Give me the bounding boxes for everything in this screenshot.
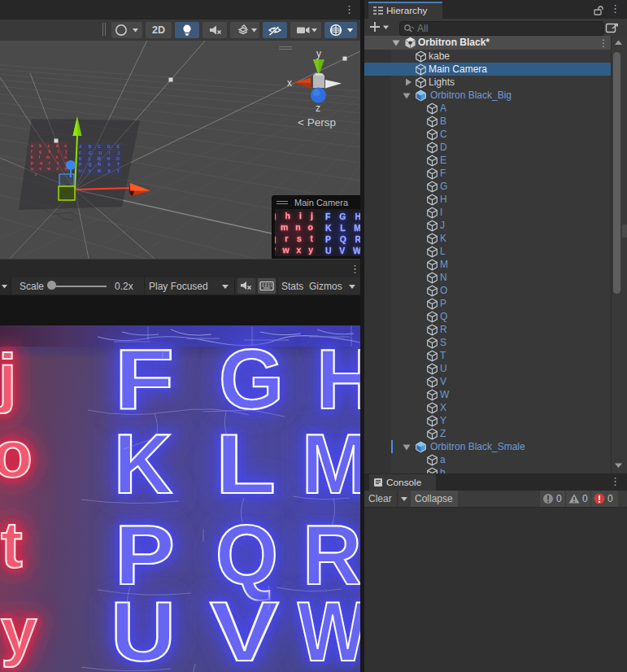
svg-text:j: j bbox=[0, 341, 16, 413]
svg-text:PQR: PQR bbox=[325, 234, 361, 244]
svg-text:lmno: lmno bbox=[275, 222, 313, 232]
svg-text:K: K bbox=[114, 417, 172, 511]
svg-text:KLM: KLM bbox=[325, 223, 361, 233]
svg-text:o: o bbox=[0, 418, 33, 491]
svg-text:y: y bbox=[1, 595, 37, 667]
svg-text:L: L bbox=[216, 417, 276, 511]
svg-text:H: H bbox=[316, 332, 360, 426]
svg-text:qrst: qrst bbox=[275, 233, 314, 243]
svg-text:G: G bbox=[219, 332, 284, 426]
svg-text:t: t bbox=[1, 508, 23, 581]
svg-text:x: x bbox=[287, 77, 292, 89]
svg-text:FGH: FGH bbox=[325, 212, 361, 221]
svg-text:U: U bbox=[111, 584, 176, 672]
svg-text:z: z bbox=[316, 103, 320, 114]
svg-text:UVW: UVW bbox=[325, 246, 361, 255]
svg-text:y: y bbox=[316, 48, 321, 59]
svg-text:W: W bbox=[298, 584, 360, 672]
svg-text:M: M bbox=[302, 417, 360, 511]
svg-text:vwxy: vwxy bbox=[275, 245, 313, 255]
svg-text:V: V bbox=[210, 584, 279, 672]
svg-text:ghij: ghij bbox=[275, 211, 313, 220]
